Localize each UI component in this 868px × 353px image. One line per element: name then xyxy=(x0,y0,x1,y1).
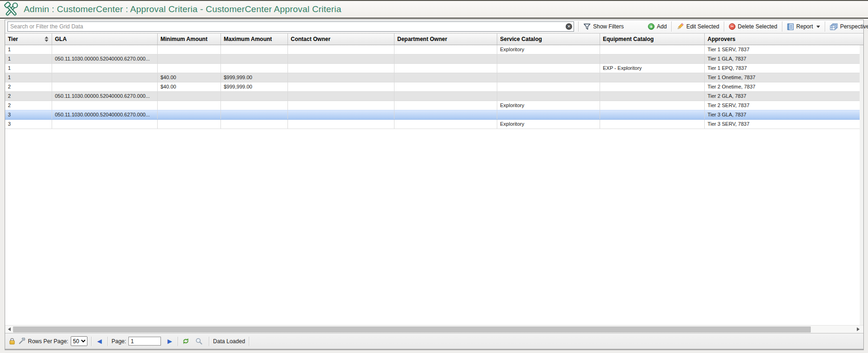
grid-cell-max[interactable] xyxy=(221,92,288,101)
grid-cell-dept[interactable] xyxy=(394,45,497,54)
delete-selected-button[interactable]: – Delete Selected xyxy=(726,21,781,32)
table-row[interactable]: 1EXP - ExploritoryTier 1 EPQ, 7837 xyxy=(5,64,860,73)
grid-cell-gla[interactable] xyxy=(52,120,158,129)
grid-cell-max[interactable] xyxy=(221,101,288,110)
grid-cell-tier[interactable]: 3 xyxy=(5,120,52,129)
grid-cell-tier[interactable]: 1 xyxy=(5,54,52,63)
perspectives-button[interactable]: Perspectives xyxy=(827,21,868,32)
grid-cell-contact[interactable] xyxy=(288,82,394,91)
grid-cell-approvers[interactable]: Tier 2 Onetime, 7837 xyxy=(705,82,860,91)
grid-cell-equipment[interactable] xyxy=(600,73,705,82)
grid-cell-service[interactable] xyxy=(497,73,600,82)
grid-cell-min[interactable] xyxy=(158,45,221,54)
column-header-service-catalog[interactable]: Service Catalog xyxy=(497,34,600,45)
grid-cell-tier[interactable]: 1 xyxy=(5,64,52,73)
grid-cell-approvers[interactable]: Tier 3 GLA, 7837 xyxy=(705,110,860,119)
column-header-minimum-amount[interactable]: Minimum Amount xyxy=(158,34,221,45)
grid-cell-contact[interactable] xyxy=(288,45,394,54)
column-header-contact-owner[interactable]: Contact Owner xyxy=(288,34,394,45)
column-header-approvers[interactable]: Approvers xyxy=(705,34,863,45)
grid-cell-service[interactable]: Exploritory xyxy=(497,120,600,129)
next-page-button[interactable]: ▶ xyxy=(166,338,174,345)
table-row[interactable]: 1ExploritoryTier 1 SERV, 7837 xyxy=(5,45,860,54)
grid-cell-approvers[interactable]: Tier 1 GLA, 7837 xyxy=(705,54,860,63)
clear-search-icon[interactable]: ✕ xyxy=(566,23,572,30)
grid-cell-min[interactable] xyxy=(158,54,221,63)
rows-per-page-select[interactable]: 50 xyxy=(71,336,87,346)
table-row[interactable]: 2050.11.1030.00000.52040000.6270.000...T… xyxy=(5,92,860,101)
grid-cell-contact[interactable] xyxy=(288,54,394,63)
edit-selected-button[interactable]: Edit Selected xyxy=(673,21,722,32)
report-button[interactable]: Report xyxy=(784,21,823,32)
grid-cell-min[interactable]: $40.00 xyxy=(158,82,221,91)
search-input[interactable] xyxy=(7,21,574,32)
grid-cell-equipment[interactable] xyxy=(600,54,705,63)
sort-icon[interactable] xyxy=(45,36,48,42)
grid-cell-min[interactable] xyxy=(158,101,221,110)
grid-cell-min[interactable] xyxy=(158,64,221,73)
add-button[interactable]: + Add xyxy=(645,21,670,32)
previous-page-button[interactable]: ◀ xyxy=(95,338,104,345)
grid-cell-approvers[interactable]: Tier 2 SERV, 7837 xyxy=(705,101,860,110)
grid-cell-max[interactable] xyxy=(221,110,288,119)
grid-cell-contact[interactable] xyxy=(288,73,394,82)
vertical-scrollbar[interactable] xyxy=(860,45,863,325)
column-header-tier[interactable]: Tier xyxy=(5,34,52,45)
magnifier-icon[interactable] xyxy=(195,338,202,345)
table-row[interactable]: 1$40.00$999,999.00Tier 1 Onetime, 7837 xyxy=(5,73,860,82)
grid-cell-service[interactable] xyxy=(497,110,600,119)
grid-cell-max[interactable] xyxy=(221,45,288,54)
table-row[interactable]: 2ExploritoryTier 2 SERV, 7837 xyxy=(5,101,860,110)
grid-cell-tier[interactable]: 2 xyxy=(5,82,52,91)
grid-cell-dept[interactable] xyxy=(394,110,497,119)
grid-cell-max[interactable]: $999,999.00 xyxy=(221,82,288,91)
grid-cell-tier[interactable]: 2 xyxy=(5,92,52,101)
grid-cell-equipment[interactable] xyxy=(600,120,705,129)
grid-cell-service[interactable]: Exploritory xyxy=(497,101,600,110)
wrench-icon[interactable] xyxy=(18,338,25,345)
lock-icon[interactable] xyxy=(9,338,15,345)
grid-cell-max[interactable] xyxy=(221,120,288,129)
column-header-maximum-amount[interactable]: Maximum Amount xyxy=(221,34,288,45)
grid-cell-gla[interactable] xyxy=(52,64,158,73)
grid-cell-contact[interactable] xyxy=(288,110,394,119)
grid-cell-tier[interactable]: 1 xyxy=(5,45,52,54)
grid-cell-contact[interactable] xyxy=(288,64,394,73)
grid-cell-max[interactable] xyxy=(221,54,288,63)
horizontal-scrollbar-thumb[interactable] xyxy=(13,326,811,333)
grid-cell-service[interactable] xyxy=(497,54,600,63)
grid-cell-equipment[interactable]: EXP - Exploritory xyxy=(600,64,705,73)
grid-cell-max[interactable]: $999,999.00 xyxy=(221,73,288,82)
grid-cell-gla[interactable] xyxy=(52,73,158,82)
grid-cell-equipment[interactable] xyxy=(600,110,705,119)
grid-cell-min[interactable] xyxy=(158,92,221,101)
grid-cell-gla[interactable] xyxy=(52,82,158,91)
grid-cell-approvers[interactable]: Tier 1 EPQ, 7837 xyxy=(705,64,860,73)
grid-cell-equipment[interactable] xyxy=(600,101,705,110)
grid-cell-gla[interactable]: 050.11.1030.00000.52040000.6270.000... xyxy=(52,110,158,119)
grid-cell-equipment[interactable] xyxy=(600,45,705,54)
grid-cell-dept[interactable] xyxy=(394,54,497,63)
grid-cell-dept[interactable] xyxy=(394,101,497,110)
table-row[interactable]: 3ExploritoryTier 3 SERV, 7837 xyxy=(5,120,860,129)
column-header-equipment-catalog[interactable]: Equipment Catalog xyxy=(600,34,705,45)
grid-cell-tier[interactable]: 2 xyxy=(5,101,52,110)
grid-cell-approvers[interactable]: Tier 2 GLA, 7837 xyxy=(705,92,860,101)
column-header-gla[interactable]: GLA xyxy=(52,34,158,45)
refresh-icon[interactable] xyxy=(182,338,190,345)
show-filters-button[interactable]: Show Filters xyxy=(580,21,627,32)
grid-cell-approvers[interactable]: Tier 1 SERV, 7837 xyxy=(705,45,860,54)
horizontal-scrollbar[interactable] xyxy=(5,325,863,333)
grid-cell-dept[interactable] xyxy=(394,73,497,82)
grid-cell-equipment[interactable] xyxy=(600,82,705,91)
scroll-right-arrow-icon[interactable] xyxy=(857,327,860,331)
grid-cell-approvers[interactable]: Tier 1 Onetime, 7837 xyxy=(705,73,860,82)
grid-cell-gla[interactable] xyxy=(52,101,158,110)
column-header-department-owner[interactable]: Department Owner xyxy=(394,34,497,45)
grid-cell-min[interactable] xyxy=(158,120,221,129)
grid-cell-gla[interactable]: 050.11.1030.00000.52040000.6270.000... xyxy=(52,54,158,63)
table-row[interactable]: 2$40.00$999,999.00Tier 2 Onetime, 7837 xyxy=(5,82,860,92)
grid-cell-tier[interactable]: 1 xyxy=(5,73,52,82)
grid-cell-contact[interactable] xyxy=(288,92,394,101)
grid-cell-service[interactable] xyxy=(497,82,600,91)
